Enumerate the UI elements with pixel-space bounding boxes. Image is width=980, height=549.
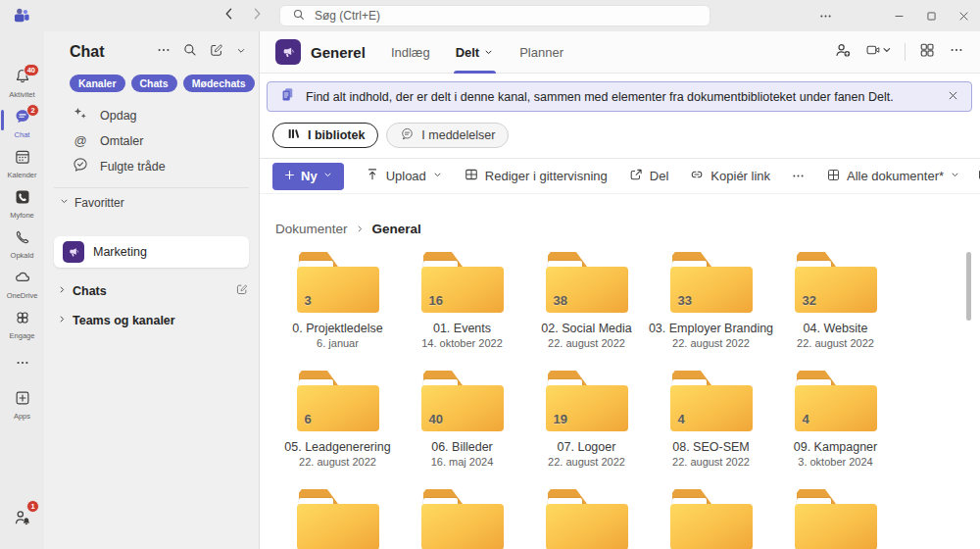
search-input[interactable]: Søg (Ctrl+E) — [279, 5, 710, 26]
folder-name: 03. Employer Branding — [649, 322, 773, 335]
chats-section-header[interactable]: Chats — [54, 282, 249, 299]
folder-icon: 40 — [421, 371, 504, 431]
folder-item-count: 19 — [554, 412, 567, 426]
back-button[interactable] — [221, 6, 237, 25]
rail-item-activity-alerts[interactable]: 1 — [0, 499, 44, 539]
forward-button[interactable] — [249, 6, 265, 25]
folder-name: 08. SEO-SEM — [672, 440, 750, 454]
folder-date: 22. august 2022 — [672, 456, 750, 468]
rail-more-button[interactable] — [0, 344, 44, 384]
rail-item-label: Apps — [14, 412, 30, 421]
cloud-icon — [14, 269, 31, 290]
new-message-icon[interactable] — [235, 282, 249, 299]
chat-search-icon[interactable] — [182, 42, 198, 62]
new-chat-chevron-icon[interactable] — [235, 43, 247, 61]
rail-item-myfone[interactable]: Myfone — [0, 183, 44, 224]
toolbar-more-icon[interactable] — [791, 169, 806, 183]
copy-link-button[interactable]: Kopiér link — [689, 167, 770, 185]
meet-now-icon[interactable] — [865, 42, 892, 62]
vertical-scrollbar[interactable] — [966, 252, 971, 321]
toggle-in-library[interactable]: I bibliotek — [272, 123, 378, 148]
filter-pill-chats[interactable]: Chats — [131, 75, 177, 92]
maximize-button[interactable] — [915, 0, 948, 31]
rail-item-apps[interactable]: Apps — [0, 384, 44, 424]
breadcrumb: Dokumenter General — [275, 222, 964, 236]
chat-options-more-icon[interactable] — [156, 42, 172, 62]
channel-view: Generel Indlæg Delt Planner Find alt ind… — [260, 31, 980, 549]
folder-tile[interactable]: 19 07. Logoer 22. august 2022 — [524, 371, 649, 468]
folder-name: 01. Events — [433, 322, 491, 335]
chevron-down-icon — [59, 196, 70, 210]
favorites-section-header[interactable]: Favoritter — [54, 196, 249, 210]
chevron-down-icon — [483, 47, 494, 58]
alerts-badge: 1 — [26, 500, 39, 513]
folder-item-count: 40 — [429, 412, 443, 426]
rail-item-kalender[interactable]: Kalender — [0, 143, 44, 183]
folder-tile[interactable]: 16 01. Events 14. oktober 2022 — [400, 252, 524, 349]
share-button[interactable]: Del — [628, 167, 669, 185]
folder-tile[interactable] — [649, 489, 773, 549]
chevron-down-icon — [950, 169, 960, 183]
folder-tile[interactable] — [773, 489, 898, 549]
tab-delt[interactable]: Delt — [456, 31, 495, 74]
tab-planner[interactable]: Planner — [519, 31, 564, 74]
filter-pill-moedechats[interactable]: Mødechats — [183, 75, 255, 92]
rail-item-aktivitet[interactable]: Aktivitet 40 — [0, 63, 44, 103]
channel-item-marketing[interactable]: Marketing — [54, 236, 249, 268]
rail-item-chat[interactable]: Chat 2 — [0, 103, 44, 143]
folder-date: 16. maj 2024 — [431, 456, 494, 468]
rail-item-opkald[interactable]: Opkald — [0, 224, 44, 264]
teams-section-label: Teams og kanaler — [73, 314, 175, 327]
banner-close-icon[interactable] — [947, 88, 959, 106]
chat-badge: 2 — [26, 104, 39, 117]
edit-grid-view-button[interactable]: Rediger i gittervisning — [464, 167, 608, 185]
folder-tile[interactable] — [524, 489, 649, 549]
upload-button[interactable]: Upload — [365, 167, 443, 185]
add-people-icon[interactable] — [834, 41, 853, 64]
banner-text: Find alt indhold, der er delt i denne ka… — [306, 90, 937, 104]
breadcrumb-root[interactable]: Dokumenter — [275, 222, 348, 236]
channel-more-icon[interactable] — [949, 42, 964, 62]
new-chat-icon[interactable] — [209, 42, 224, 62]
folder-tile[interactable] — [400, 489, 524, 549]
folder-item-count: 38 — [554, 293, 567, 308]
titlebar-more-button[interactable] — [811, 0, 839, 31]
folder-tile[interactable]: 3 0. Projektledelse 6. januar — [275, 252, 400, 349]
rail-item-onedrive[interactable]: OneDrive — [0, 264, 44, 304]
calendar-icon — [14, 148, 31, 170]
nav-item-label: Fulgte tråde — [100, 160, 166, 174]
rail-item-label: Aktivitet — [9, 90, 34, 99]
nav-item-opdag[interactable]: Opdag — [54, 101, 249, 129]
view-source-toggle: I bibliotek I meddelelser — [272, 123, 980, 148]
rail-item-label: Engage — [10, 331, 35, 340]
link-icon — [689, 167, 705, 185]
close-window-button[interactable] — [948, 0, 980, 31]
chat-list-panel: Chat Kanaler Chats Mødechats Opdag — [44, 31, 260, 549]
search-icon — [292, 8, 306, 25]
new-button[interactable]: Ny — [272, 163, 344, 190]
folder-tile[interactable]: 33 03. Employer Branding 22. august 2022 — [649, 252, 773, 349]
folder-tile[interactable]: 4 08. SEO-SEM 22. august 2022 — [649, 371, 773, 468]
nav-item-fulgte-traade[interactable]: Fulgte tråde — [54, 152, 249, 180]
filter-pill-kanaler[interactable]: Kanaler — [70, 75, 125, 92]
folder-tile[interactable]: 38 02. Social Media 22. august 2022 — [524, 252, 649, 349]
tab-indlaeg[interactable]: Indlæg — [391, 31, 430, 74]
folder-tile[interactable] — [275, 489, 400, 549]
folder-tile[interactable]: 32 04. Website 22. august 2022 — [773, 252, 898, 349]
chevron-right-icon — [57, 314, 68, 327]
toggle-in-messages[interactable]: I meddelelser — [386, 123, 509, 148]
marketing-avatar — [63, 241, 84, 263]
rail-item-engage[interactable]: Engage — [0, 304, 44, 344]
minimize-button[interactable] — [883, 0, 915, 31]
view-selector[interactable]: Alle dokumenter* — [826, 168, 960, 185]
folder-tile[interactable]: 4 09. Kampagner 3. oktober 2024 — [773, 371, 898, 468]
plus-icon — [283, 169, 296, 184]
teams-section-header[interactable]: Teams og kanaler — [54, 314, 249, 327]
apps-layout-icon[interactable] — [918, 41, 936, 63]
nav-item-omtaler[interactable]: @ Omtaler — [54, 129, 249, 152]
rail-item-label: Opkald — [11, 251, 34, 260]
teams-app-window: Søg (Ctrl+E) Aktivitet 40 Chat 2 — [0, 0, 980, 549]
folder-tile[interactable]: 40 06. Billeder 16. maj 2024 — [400, 371, 524, 468]
more-icon — [15, 355, 30, 374]
folder-tile[interactable]: 6 05. Leadgenerering 22. august 2022 — [275, 371, 400, 468]
